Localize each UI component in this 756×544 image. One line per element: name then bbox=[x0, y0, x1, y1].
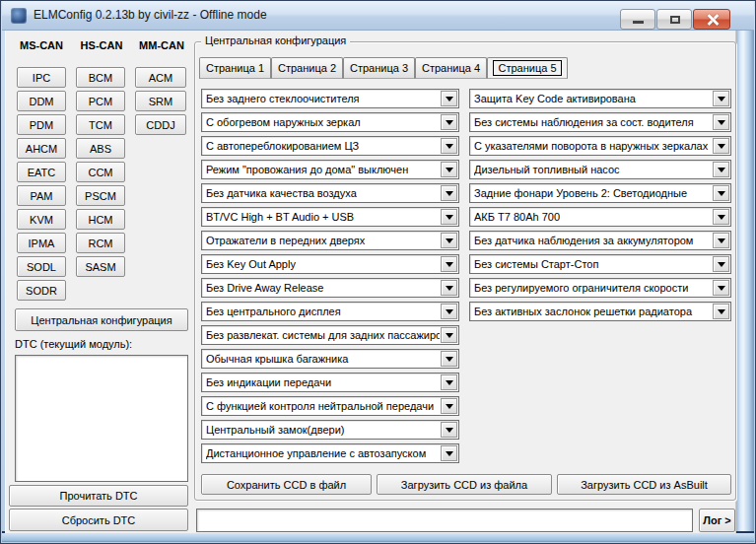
combo-autorelock[interactable]: С автопереблокированием ЦЗ bbox=[201, 136, 459, 156]
module-button-pcm[interactable]: PCM bbox=[76, 91, 125, 111]
combo-heated-mirrors[interactable]: С обогревом наружных зеркал bbox=[201, 112, 459, 132]
combo-grille-shutters[interactable]: Без активных заслонок решетки радиатора bbox=[469, 302, 731, 321]
chevron-down-icon[interactable] bbox=[441, 445, 457, 461]
module-button-bcm[interactable]: BCM bbox=[76, 67, 125, 88]
combo-start-stop[interactable]: Без системы Старт-Стоп bbox=[469, 254, 731, 274]
chevron-down-icon[interactable] bbox=[441, 162, 457, 177]
chevron-down-icon[interactable] bbox=[713, 256, 729, 272]
chevron-down-icon[interactable] bbox=[441, 422, 457, 438]
module-button-sodl[interactable]: SODL bbox=[17, 256, 66, 277]
command-input[interactable] bbox=[196, 509, 693, 532]
module-button-hcm[interactable]: HCM bbox=[76, 209, 125, 230]
combo-drive-away-release[interactable]: Без Drive Away Release bbox=[201, 278, 459, 298]
window-frame-right bbox=[734, 31, 754, 531]
combo-gear-indication[interactable]: Без индикации передачи bbox=[201, 373, 459, 392]
chevron-down-icon[interactable] bbox=[441, 185, 457, 201]
combo-central-display[interactable]: Без центрального дисплея bbox=[201, 302, 459, 321]
minimize-icon bbox=[633, 21, 644, 24]
combo-bt-vc[interactable]: BT/VC High + BT Audio + USB bbox=[201, 207, 459, 227]
load-ccd-asbuilt-button[interactable]: Загрузить CCD из AsBuilt bbox=[557, 474, 731, 495]
combo-speed-limiter[interactable]: Без регулируемого ограничителя скорости bbox=[469, 278, 731, 298]
combo-remote-start[interactable]: Дистанционное управление с автозапуском bbox=[201, 443, 459, 463]
chevron-down-icon[interactable] bbox=[441, 280, 457, 296]
combo-neutral-gear-control[interactable]: С функцией контроля нейтральной передачи bbox=[201, 396, 459, 416]
module-button-ccm[interactable]: CCM bbox=[76, 162, 125, 182]
module-button-sodr[interactable]: SODR bbox=[17, 280, 66, 301]
chevron-down-icon[interactable] bbox=[713, 209, 729, 225]
module-button-kvm[interactable]: KVM bbox=[17, 209, 66, 230]
close-icon bbox=[708, 14, 718, 26]
chevron-down-icon[interactable] bbox=[713, 280, 729, 296]
titlebar[interactable]: ELMConfig 0.2.13b by civil-zz - Offline … bbox=[2, 1, 754, 31]
combo-rear-lights[interactable]: Задние фонари Уровень 2: Светодиодные bbox=[469, 183, 731, 203]
load-ccd-file-button[interactable]: Загрузить CCD из файла bbox=[377, 474, 552, 495]
combo-trunk-lid[interactable]: Обычная крышка багажника bbox=[201, 349, 459, 369]
central-config-button[interactable]: Центральная конфигурация bbox=[15, 308, 188, 331]
chevron-down-icon[interactable] bbox=[713, 138, 729, 154]
chevron-down-icon[interactable] bbox=[441, 327, 457, 343]
dtc-label: DTC (текущий модуль): bbox=[15, 338, 132, 350]
minimize-button[interactable] bbox=[620, 9, 655, 30]
module-button-rcm[interactable]: RCM bbox=[76, 233, 125, 253]
tab-page-3[interactable]: Страница 3 bbox=[343, 57, 415, 79]
combo-door-reflectors[interactable]: Отражатели в передних дверях bbox=[201, 231, 459, 250]
combo-battery-sensor[interactable]: Без датчика наблюдения за аккумулятором bbox=[469, 231, 731, 250]
combo-key-code[interactable]: Защита Key Code активирована bbox=[469, 89, 731, 108]
maximize-button[interactable] bbox=[656, 9, 692, 30]
chevron-down-icon[interactable] bbox=[441, 256, 457, 272]
combo-rear-wiper[interactable]: Без заднего стеклоочистителя bbox=[201, 89, 459, 108]
module-button-pdm[interactable]: PDM bbox=[17, 114, 66, 135]
chevron-down-icon[interactable] bbox=[441, 398, 457, 414]
combo-rear-entertainment[interactable]: Без развлекат. системы для задних пассаж… bbox=[201, 325, 459, 345]
log-toggle-button[interactable]: Лог > bbox=[699, 509, 735, 532]
chevron-down-icon[interactable] bbox=[713, 91, 729, 106]
chevron-down-icon[interactable] bbox=[713, 233, 729, 248]
combo-air-quality-sensor[interactable]: Без датчика качества воздуха bbox=[201, 183, 459, 203]
combo-follow-me-home[interactable]: Режим "провожания до дома" выключен bbox=[201, 160, 459, 179]
module-button-cddj[interactable]: CDDJ bbox=[135, 114, 186, 135]
tab-page-5[interactable]: Страница 5 bbox=[487, 57, 568, 79]
module-button-acm[interactable]: ACM bbox=[135, 67, 186, 88]
chevron-down-icon[interactable] bbox=[441, 114, 457, 130]
save-ccd-button[interactable]: Сохранить CCD в файл bbox=[201, 474, 372, 495]
clear-dtc-button[interactable]: Сбросить DTC bbox=[9, 509, 188, 531]
chevron-down-icon[interactable] bbox=[441, 209, 457, 225]
combo-fuel-pump[interactable]: Дизельный топливный насос bbox=[469, 160, 731, 179]
tab-page-1[interactable]: Страница 1 bbox=[199, 57, 271, 79]
module-button-ahcm[interactable]: AHCM bbox=[17, 138, 66, 159]
module-button-ddm[interactable]: DDM bbox=[17, 91, 66, 111]
chevron-down-icon[interactable] bbox=[441, 351, 457, 367]
module-button-pscm[interactable]: PSCM bbox=[76, 185, 125, 206]
tab-page-2[interactable]: Страница 2 bbox=[271, 57, 343, 79]
close-button[interactable] bbox=[693, 9, 730, 30]
chevron-down-icon[interactable] bbox=[441, 233, 457, 248]
chevron-down-icon[interactable] bbox=[441, 91, 457, 106]
app-icon bbox=[11, 8, 27, 24]
chevron-down-icon[interactable] bbox=[713, 114, 729, 130]
read-dtc-button[interactable]: Прочитать DTC bbox=[9, 485, 188, 507]
combo-driver-monitoring[interactable]: Без системы наблюдения за сост. водителя bbox=[469, 112, 731, 132]
chevron-down-icon[interactable] bbox=[441, 304, 457, 319]
module-button-srm[interactable]: SRM bbox=[135, 91, 186, 111]
combo-mirror-turn-signals[interactable]: С указателями поворота в наружных зеркал… bbox=[469, 136, 731, 156]
chevron-down-icon[interactable] bbox=[441, 138, 457, 154]
dtc-listbox[interactable] bbox=[15, 355, 188, 482]
combo-key-out-apply[interactable]: Без Key Out Apply bbox=[201, 254, 459, 274]
chevron-down-icon[interactable] bbox=[713, 185, 729, 201]
module-button-ipc[interactable]: IPC bbox=[17, 67, 66, 88]
tab-page-4[interactable]: Страница 4 bbox=[415, 57, 487, 79]
combo-central-lock[interactable]: Центральный замок(двери) bbox=[201, 420, 459, 440]
module-button-sasm[interactable]: SASM bbox=[76, 256, 125, 277]
module-button-abs[interactable]: ABS bbox=[76, 138, 125, 159]
maximize-icon bbox=[670, 16, 680, 24]
chevron-down-icon[interactable] bbox=[713, 162, 729, 177]
central-config-groupbox: Центральная конфигурация Страница 1 Стра… bbox=[194, 41, 736, 501]
chevron-down-icon[interactable] bbox=[441, 374, 457, 390]
module-button-pam[interactable]: PAM bbox=[17, 185, 66, 206]
module-button-tcm[interactable]: TCM bbox=[76, 114, 125, 135]
groupbox-title: Центральная конфигурация bbox=[201, 34, 350, 46]
module-button-ipma[interactable]: IPMA bbox=[17, 233, 66, 253]
module-button-eatc[interactable]: EATC bbox=[17, 162, 66, 182]
combo-battery-type[interactable]: АКБ T7 80Ah 700 bbox=[469, 207, 731, 227]
chevron-down-icon[interactable] bbox=[713, 304, 729, 319]
